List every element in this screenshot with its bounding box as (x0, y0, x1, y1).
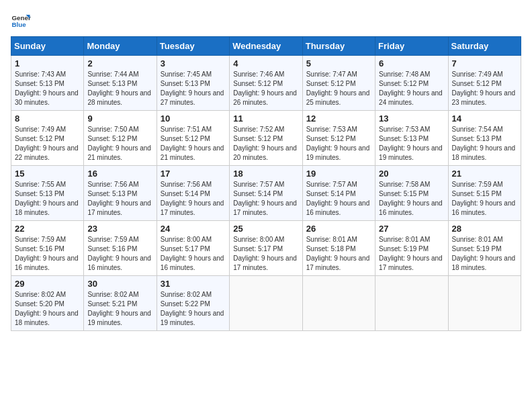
calendar-cell: 16Sunrise: 7:56 AMSunset: 5:13 PMDayligh… (84, 166, 157, 221)
calendar-cell: 22Sunrise: 7:59 AMSunset: 5:16 PMDayligh… (11, 221, 84, 276)
calendar-cell: 27Sunrise: 8:01 AMSunset: 5:19 PMDayligh… (375, 221, 448, 276)
day-detail: Sunrise: 7:53 AMSunset: 5:12 PMDaylight:… (306, 126, 370, 161)
day-detail: Sunrise: 7:49 AMSunset: 5:12 PMDaylight:… (452, 71, 516, 106)
calendar-cell: 14Sunrise: 7:54 AMSunset: 5:13 PMDayligh… (448, 111, 521, 166)
weekday-header-sunday: Sunday (11, 37, 84, 56)
day-detail: Sunrise: 7:55 AMSunset: 5:13 PMDaylight:… (15, 181, 79, 216)
day-detail: Sunrise: 7:52 AMSunset: 5:12 PMDaylight:… (233, 126, 297, 161)
day-detail: Sunrise: 7:57 AMSunset: 5:14 PMDaylight:… (306, 181, 370, 216)
day-detail: Sunrise: 7:59 AMSunset: 5:16 PMDaylight:… (87, 236, 151, 271)
day-number: 20 (379, 169, 444, 179)
day-detail: Sunrise: 7:56 AMSunset: 5:14 PMDaylight:… (161, 181, 224, 216)
calendar-cell: 20Sunrise: 7:58 AMSunset: 5:15 PMDayligh… (375, 166, 448, 221)
calendar-cell: 10Sunrise: 7:51 AMSunset: 5:12 PMDayligh… (157, 111, 229, 166)
weekday-header-tuesday: Tuesday (157, 37, 229, 56)
day-number: 12 (306, 113, 371, 124)
day-detail: Sunrise: 7:57 AMSunset: 5:14 PMDaylight:… (233, 181, 297, 216)
day-detail: Sunrise: 7:54 AMSunset: 5:13 PMDaylight:… (452, 126, 516, 161)
calendar-cell: 31Sunrise: 8:02 AMSunset: 5:22 PMDayligh… (157, 276, 229, 331)
day-number: 28 (452, 224, 517, 234)
day-detail: Sunrise: 7:56 AMSunset: 5:13 PMDaylight:… (87, 181, 151, 216)
calendar-cell: 24Sunrise: 8:00 AMSunset: 5:17 PMDayligh… (157, 221, 229, 276)
calendar-table: SundayMondayTuesdayWednesdayThursdayFrid… (11, 36, 521, 331)
calendar-week-3: 15Sunrise: 7:55 AMSunset: 5:13 PMDayligh… (11, 166, 521, 221)
calendar-cell: 2Sunrise: 7:44 AMSunset: 5:13 PMDaylight… (84, 56, 157, 111)
day-number: 29 (15, 279, 80, 289)
day-detail: Sunrise: 7:51 AMSunset: 5:12 PMDaylight:… (161, 126, 224, 161)
day-number: 13 (379, 113, 444, 124)
calendar-cell: 5Sunrise: 7:47 AMSunset: 5:12 PMDaylight… (302, 56, 375, 111)
calendar-cell: 13Sunrise: 7:53 AMSunset: 5:13 PMDayligh… (375, 111, 448, 166)
day-number: 30 (87, 279, 152, 289)
day-number: 17 (161, 169, 226, 179)
day-detail: Sunrise: 7:59 AMSunset: 5:15 PMDaylight:… (452, 181, 516, 216)
day-detail: Sunrise: 8:02 AMSunset: 5:22 PMDaylight:… (161, 291, 224, 326)
day-number: 21 (452, 169, 517, 179)
day-number: 7 (452, 58, 517, 68)
calendar-cell (375, 276, 448, 331)
day-number: 22 (15, 224, 80, 234)
calendar-cell: 15Sunrise: 7:55 AMSunset: 5:13 PMDayligh… (11, 166, 84, 221)
calendar-cell: 28Sunrise: 8:01 AMSunset: 5:19 PMDayligh… (448, 221, 521, 276)
day-detail: Sunrise: 7:47 AMSunset: 5:12 PMDaylight:… (306, 71, 370, 106)
day-number: 19 (306, 169, 371, 179)
day-number: 6 (379, 58, 444, 68)
day-detail: Sunrise: 7:49 AMSunset: 5:12 PMDaylight:… (15, 126, 79, 161)
day-number: 5 (306, 58, 371, 68)
day-detail: Sunrise: 7:53 AMSunset: 5:13 PMDaylight:… (379, 126, 443, 161)
calendar-cell: 4Sunrise: 7:46 AMSunset: 5:12 PMDaylight… (230, 56, 302, 111)
calendar-cell: 7Sunrise: 7:49 AMSunset: 5:12 PMDaylight… (448, 56, 521, 111)
calendar-cell: 26Sunrise: 8:01 AMSunset: 5:18 PMDayligh… (302, 221, 375, 276)
page-header: General Blue (11, 11, 521, 31)
day-detail: Sunrise: 8:00 AMSunset: 5:17 PMDaylight:… (161, 236, 224, 271)
calendar-cell: 18Sunrise: 7:57 AMSunset: 5:14 PMDayligh… (230, 166, 302, 221)
day-number: 2 (87, 58, 152, 68)
day-detail: Sunrise: 7:44 AMSunset: 5:13 PMDaylight:… (87, 71, 151, 106)
day-number: 18 (233, 169, 298, 179)
day-number: 24 (161, 224, 226, 234)
calendar-cell: 17Sunrise: 7:56 AMSunset: 5:14 PMDayligh… (157, 166, 229, 221)
day-number: 25 (233, 224, 298, 234)
day-detail: Sunrise: 7:45 AMSunset: 5:13 PMDaylight:… (161, 71, 224, 106)
calendar-cell: 21Sunrise: 7:59 AMSunset: 5:15 PMDayligh… (448, 166, 521, 221)
calendar-cell: 23Sunrise: 7:59 AMSunset: 5:16 PMDayligh… (84, 221, 157, 276)
calendar-cell (230, 276, 302, 331)
day-number: 1 (15, 58, 80, 68)
day-number: 3 (161, 58, 226, 68)
weekday-header-friday: Friday (375, 37, 448, 56)
day-detail: Sunrise: 8:02 AMSunset: 5:21 PMDaylight:… (87, 291, 151, 326)
calendar-cell (302, 276, 375, 331)
day-number: 11 (233, 113, 298, 124)
day-detail: Sunrise: 7:59 AMSunset: 5:16 PMDaylight:… (15, 236, 79, 271)
day-detail: Sunrise: 7:46 AMSunset: 5:12 PMDaylight:… (233, 71, 297, 106)
day-detail: Sunrise: 7:58 AMSunset: 5:15 PMDaylight:… (379, 181, 443, 216)
day-detail: Sunrise: 8:01 AMSunset: 5:18 PMDaylight:… (306, 236, 370, 271)
calendar-cell: 19Sunrise: 7:57 AMSunset: 5:14 PMDayligh… (302, 166, 375, 221)
day-number: 15 (15, 169, 80, 179)
weekday-header-thursday: Thursday (302, 37, 375, 56)
day-detail: Sunrise: 8:01 AMSunset: 5:19 PMDaylight:… (379, 236, 443, 271)
day-number: 31 (161, 279, 226, 289)
calendar-cell: 1Sunrise: 7:43 AMSunset: 5:13 PMDaylight… (11, 56, 84, 111)
svg-text:Blue: Blue (12, 21, 27, 28)
logo: General Blue (11, 11, 31, 31)
calendar-cell: 30Sunrise: 8:02 AMSunset: 5:21 PMDayligh… (84, 276, 157, 331)
calendar-cell (448, 276, 521, 331)
calendar-week-2: 8Sunrise: 7:49 AMSunset: 5:12 PMDaylight… (11, 111, 521, 166)
calendar-week-5: 29Sunrise: 8:02 AMSunset: 5:20 PMDayligh… (11, 276, 521, 331)
calendar-cell: 3Sunrise: 7:45 AMSunset: 5:13 PMDaylight… (157, 56, 229, 111)
logo-icon: General Blue (11, 11, 31, 31)
day-number: 9 (87, 113, 152, 124)
weekday-header-monday: Monday (84, 37, 157, 56)
weekday-header-saturday: Saturday (448, 37, 521, 56)
calendar-cell: 25Sunrise: 8:00 AMSunset: 5:17 PMDayligh… (230, 221, 302, 276)
day-detail: Sunrise: 7:50 AMSunset: 5:12 PMDaylight:… (87, 126, 151, 161)
day-detail: Sunrise: 7:48 AMSunset: 5:12 PMDaylight:… (379, 71, 443, 106)
day-number: 10 (161, 113, 226, 124)
day-detail: Sunrise: 8:00 AMSunset: 5:17 PMDaylight:… (233, 236, 297, 271)
weekday-header-wednesday: Wednesday (230, 37, 302, 56)
calendar-cell: 6Sunrise: 7:48 AMSunset: 5:12 PMDaylight… (375, 56, 448, 111)
calendar-week-1: 1Sunrise: 7:43 AMSunset: 5:13 PMDaylight… (11, 56, 521, 111)
day-detail: Sunrise: 8:01 AMSunset: 5:19 PMDaylight:… (452, 236, 516, 271)
calendar-cell: 29Sunrise: 8:02 AMSunset: 5:20 PMDayligh… (11, 276, 84, 331)
